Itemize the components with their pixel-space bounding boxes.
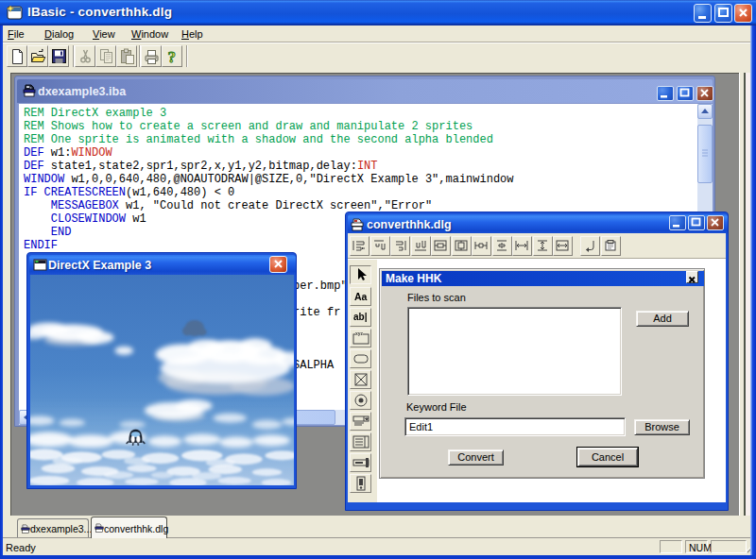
svg-text:xyz: xyz <box>355 330 364 336</box>
svg-text:?: ? <box>168 48 177 65</box>
